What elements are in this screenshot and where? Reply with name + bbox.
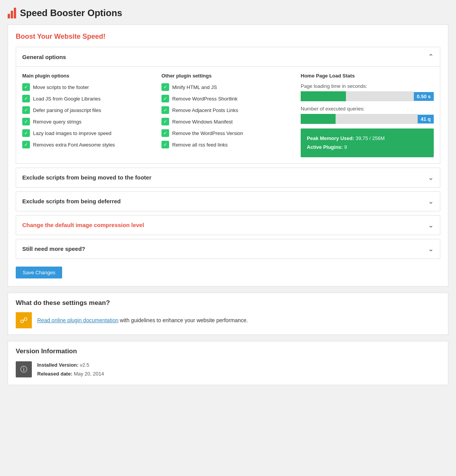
list-item: ✓ Remove WordPress Shortlink (161, 95, 295, 102)
main-panel: Boost Your Website Speed! General option… (8, 25, 448, 287)
general-options-body: Main plugin options ✓ Move scripts to th… (16, 66, 440, 163)
version-section: Version Information ⓘ Installed Version:… (8, 341, 448, 385)
exclude-deferred-chevron-down-icon: ⌄ (428, 197, 434, 206)
queries-value: 41 q (418, 115, 434, 124)
exclude-footer-chevron-down-icon: ⌄ (428, 173, 434, 182)
list-item: ✓ Load JS from Google Libraries (22, 95, 155, 102)
loading-time-bar-fill (301, 91, 346, 101)
general-options-section: General options ⌃ Main plugin options ✓ … (16, 47, 440, 164)
list-item: ✓ Removes extra Font Awesome styles (22, 141, 155, 148)
list-item: ✓ Remove all rss feed links (161, 141, 295, 148)
released-date-value: May 20, 2014 (74, 371, 104, 377)
main-plugin-options-label: Main plugin options (22, 73, 155, 79)
doc-icon: ☍ (16, 312, 32, 328)
loading-time-label: Page loading time in seconds: (301, 83, 434, 89)
image-compression-title: Change the default image compression lev… (22, 222, 144, 228)
image-compression-chevron-down-icon: ⌄ (428, 221, 434, 229)
peak-memory-box: Peak Memory Used: 39,75 / 256M Active Pl… (301, 128, 434, 157)
rss-label: Remove all rss feed links (172, 142, 228, 148)
queries-bar-fill (301, 114, 336, 124)
version-text: Installed Version: v2.5 Released date: M… (37, 361, 104, 379)
what-section: What do these settings mean? ☍ Read onli… (8, 293, 448, 335)
general-options-chevron-up-icon: ⌃ (428, 53, 434, 61)
boost-heading: Boost Your Website Speed! (16, 33, 440, 41)
more-speed-chevron-down-icon: ⌄ (428, 245, 434, 253)
load-js-label: Load JS from Google Libraries (33, 96, 100, 102)
lazy-load-label: Lazy load images to improve speed (33, 130, 112, 136)
active-plugins-label: Active Plugins: (307, 144, 343, 150)
query-strings-label: Remove query strings (33, 119, 81, 125)
checkbox-minify[interactable]: ✓ (161, 83, 169, 91)
page-title: Speed Booster Options (20, 8, 122, 18)
installed-version-line: Installed Version: v2.5 (37, 361, 104, 369)
other-plugin-settings-col: Other plugin settings ✓ Minify HTML and … (161, 73, 295, 157)
active-plugins-value: 9 (344, 144, 347, 150)
installed-version-value: v2.5 (80, 362, 89, 368)
checkbox-windows-manifest[interactable]: ✓ (161, 118, 169, 125)
other-plugin-settings-label: Other plugin settings (161, 73, 295, 79)
checkbox-wp-version[interactable]: ✓ (161, 129, 169, 137)
main-plugin-options-col: Main plugin options ✓ Move scripts to th… (22, 73, 155, 157)
save-changes-button[interactable]: Save Changes (16, 267, 62, 278)
font-awesome-label: Removes extra Font Awesome styles (33, 142, 115, 148)
list-item: ✓ Remove query strings (22, 118, 155, 125)
exclude-footer-section: Exclude scripts from being moved to the … (16, 168, 440, 188)
adjacent-label: Remove Adjacent Posts Links (172, 107, 238, 113)
queries-label: Number of executed queries: (301, 106, 434, 112)
list-item: ✓ Lazy load images to improve speed (22, 129, 155, 137)
doc-link[interactable]: Read online plugin documentation (37, 317, 119, 323)
general-options-header[interactable]: General options ⌃ (16, 47, 440, 66)
home-page-stats-label: Home Page Load Stats (301, 73, 434, 79)
options-grid: Main plugin options ✓ Move scripts to th… (22, 73, 434, 157)
shortlink-label: Remove WordPress Shortlink (172, 96, 237, 102)
exclude-deferred-title: Exclude scripts from being deferred (22, 198, 121, 204)
page-title-area: Speed Booster Options (8, 8, 448, 18)
checkbox-shortlink[interactable]: ✓ (161, 95, 169, 102)
checkbox-query-strings[interactable]: ✓ (22, 118, 30, 125)
more-speed-header[interactable]: Still need more speed? ⌄ (16, 239, 440, 259)
list-item: ✓ Remove Windows Manifest (161, 118, 295, 125)
checkbox-defer[interactable]: ✓ (22, 106, 30, 114)
home-page-stats-col: Home Page Load Stats Page loading time i… (301, 73, 434, 157)
doc-suffix: with guidelines to enhance your website … (119, 317, 248, 323)
defer-label: Defer parsing of javascript files (33, 107, 101, 113)
checkbox-move-scripts[interactable]: ✓ (22, 83, 30, 91)
image-compression-section: Change the default image compression lev… (16, 215, 440, 235)
list-item: ✓ Remove the WordPress Version (161, 129, 295, 137)
peak-memory-value: 39,75 / 256M (356, 135, 385, 141)
exclude-deferred-section: Exclude scripts from being deferred ⌄ (16, 191, 440, 211)
queries-bar (301, 114, 418, 124)
more-speed-section: Still need more speed? ⌄ (16, 239, 440, 259)
checkbox-lazy-load[interactable]: ✓ (22, 129, 30, 137)
version-row: ⓘ Installed Version: v2.5 Released date:… (16, 361, 440, 379)
loading-time-value: 0.50 s (414, 92, 434, 101)
what-heading: What do these settings mean? (16, 299, 440, 307)
image-compression-header[interactable]: Change the default image compression lev… (16, 216, 440, 235)
exclude-deferred-header[interactable]: Exclude scripts from being deferred ⌄ (16, 192, 440, 211)
released-date-label: Released date: (37, 371, 72, 377)
windows-manifest-label: Remove Windows Manifest (172, 119, 233, 125)
peak-memory-label: Peak Memory Used: (307, 135, 354, 141)
checkbox-load-js[interactable]: ✓ (22, 95, 30, 102)
list-item: ✓ Minify HTML and JS (161, 83, 295, 91)
wp-version-label: Remove the WordPress Version (172, 130, 243, 136)
checkbox-rss[interactable]: ✓ (161, 141, 169, 148)
exclude-footer-title: Exclude scripts from being moved to the … (22, 174, 151, 181)
version-heading: Version Information (16, 348, 440, 355)
minify-label: Minify HTML and JS (172, 84, 217, 90)
active-plugins-text: Active Plugins: 9 (307, 143, 428, 152)
list-item: ✓ Remove Adjacent Posts Links (161, 106, 295, 114)
queries-bar-row: 41 q (301, 114, 434, 124)
checkbox-font-awesome[interactable]: ✓ (22, 141, 30, 148)
speed-booster-icon (8, 8, 16, 18)
installed-version-label: Installed Version: (37, 362, 79, 368)
list-item: ✓ Defer parsing of javascript files (22, 106, 155, 114)
doc-text: Read online plugin documentation with gu… (37, 317, 248, 323)
doc-row: ☍ Read online plugin documentation with … (16, 312, 440, 328)
more-speed-title: Still need more speed? (22, 245, 85, 252)
checkbox-adjacent[interactable]: ✓ (161, 106, 169, 114)
list-item: ✓ Move scripts to the footer (22, 83, 155, 91)
general-options-title: General options (22, 54, 66, 60)
exclude-footer-header[interactable]: Exclude scripts from being moved to the … (16, 168, 440, 187)
released-date-line: Released date: May 20, 2014 (37, 369, 104, 378)
